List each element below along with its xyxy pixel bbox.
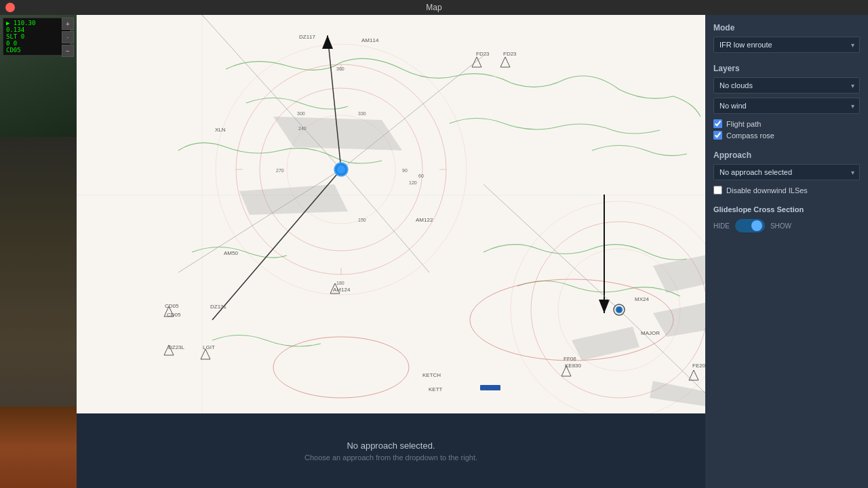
inst-line5: CD05 — [6, 47, 67, 54]
disable-downwind-row: Disable downwind ILSes — [713, 186, 860, 195]
cockpit-view-bottom — [0, 137, 77, 488]
zoom-out-button[interactable]: − — [62, 45, 74, 57]
svg-text:DZ23L: DZ23L — [168, 344, 185, 350]
svg-text:MX24: MX24 — [635, 296, 649, 302]
svg-point-44 — [616, 306, 623, 313]
svg-text:FF06: FF06 — [564, 356, 576, 362]
svg-marker-17 — [653, 252, 705, 293]
svg-text:CD05: CD05 — [165, 303, 179, 309]
compass-rose-label: Compass rose — [726, 131, 774, 140]
layers-label: Layers — [713, 64, 860, 73]
compass-rose-row: Compass rose — [713, 131, 860, 140]
svg-text:— →: — → — [481, 387, 492, 392]
window-title: Map — [426, 3, 441, 12]
zoom-in-button[interactable]: + — [62, 18, 74, 30]
inst-line4: 0 0 — [6, 40, 67, 47]
svg-text:120: 120 — [409, 180, 417, 185]
close-button[interactable] — [5, 3, 15, 12]
inst-line2: 0.134 — [6, 26, 67, 33]
svg-text:FD23: FD23 — [476, 51, 490, 57]
glideslope-toggle[interactable] — [735, 219, 765, 232]
svg-text:90: 90 — [402, 168, 408, 173]
cockpit-orange-area — [0, 407, 77, 488]
approach-dropdown-wrapper[interactable]: No approach selected — [713, 164, 860, 180]
svg-point-41 — [337, 165, 345, 174]
svg-text:180: 180 — [336, 281, 344, 285]
svg-text:DZ117: DZ117 — [299, 34, 316, 40]
svg-line-28 — [178, 169, 341, 272]
toggle-track — [735, 219, 765, 232]
titlebar: Map — [0, 0, 868, 15]
svg-text:300: 300 — [297, 111, 305, 116]
compass-rose-checkbox[interactable] — [713, 131, 722, 140]
toggle-row: HIDE SHOW — [713, 219, 860, 232]
svg-text:240: 240 — [298, 126, 307, 131]
svg-text:360: 360 — [336, 66, 344, 71]
svg-text:MAJOR: MAJOR — [641, 330, 660, 336]
flight-path-label: Flight path — [726, 120, 761, 128]
clouds-dropdown-wrapper[interactable]: No clouds Few clouds Scattered clouds — [713, 77, 860, 94]
svg-text:KE830: KE830 — [565, 363, 582, 369]
toggle-thumb — [751, 220, 762, 231]
svg-marker-18 — [653, 300, 705, 337]
svg-text:KETCH: KETCH — [422, 372, 441, 378]
left-sidebar: ▶ 110.30 0.134 SLT 0 0 0 CD05 + · − — [0, 15, 77, 488]
svg-text:KETT: KETT — [429, 386, 443, 392]
svg-text:AM122: AM122 — [416, 217, 433, 223]
bottom-status-bar: No approach selected. Choose an approach… — [77, 413, 705, 488]
svg-point-10 — [511, 201, 705, 413]
approach-hint: Choose an approach from the dropdown to … — [304, 453, 477, 462]
toggle-show-label: SHOW — [770, 222, 791, 230]
svg-line-21 — [328, 35, 341, 169]
svg-text:CD05: CD05 — [167, 312, 181, 318]
map-canvas[interactable]: FD23 FD23 DZ117 AM114 AM122 AM124 XLN CD… — [77, 15, 705, 413]
wind-dropdown-wrapper[interactable]: No wind Light wind Moderate wind — [713, 98, 860, 114]
svg-text:150: 150 — [358, 218, 366, 222]
svg-text:XLN: XLN — [215, 127, 226, 133]
zoom-controls: + · − — [62, 18, 74, 57]
flight-path-checkbox[interactable] — [713, 119, 722, 128]
svg-text:DZ131: DZ131 — [210, 304, 227, 310]
cockpit-view-top: ▶ 110.30 0.134 SLT 0 0 0 CD05 + · − — [0, 15, 77, 137]
svg-text:AM124: AM124 — [333, 287, 351, 293]
inst-line1: ▶ 110.30 — [6, 20, 67, 26]
mode-dropdown[interactable]: IFR low enroute IFR high enroute VFR sec… — [713, 37, 860, 53]
instrument-panel: ▶ 110.30 0.134 SLT 0 0 0 CD05 — [3, 18, 71, 56]
svg-text:FD23: FD23 — [503, 51, 517, 57]
mode-dropdown-wrapper[interactable]: IFR low enroute IFR high enroute VFR sec… — [713, 37, 860, 53]
svg-point-13 — [470, 279, 673, 361]
svg-text:330: 330 — [358, 111, 366, 116]
svg-text:AM50: AM50 — [224, 250, 238, 256]
svg-text:270: 270 — [276, 168, 284, 173]
approach-label: Approach — [713, 150, 860, 160]
flight-path-row: Flight path — [713, 119, 860, 128]
svg-text:LGIT: LGIT — [203, 344, 215, 350]
inst-line3: SLT 0 — [6, 33, 67, 40]
svg-marker-25 — [599, 300, 610, 313]
disable-downwind-label: Disable downwind ILSes — [726, 186, 808, 195]
layers-section: Layers No clouds Few clouds Scattered cl… — [713, 64, 860, 140]
svg-marker-33 — [500, 57, 510, 67]
mode-label: Mode — [713, 23, 860, 33]
disable-downwind-checkbox[interactable] — [713, 186, 722, 195]
approach-dropdown[interactable]: No approach selected — [713, 164, 860, 180]
right-panel: Mode IFR low enroute IFR high enroute VF… — [705, 15, 868, 488]
svg-text:AM114: AM114 — [361, 37, 379, 43]
map-svg: FD23 FD23 DZ117 AM114 AM122 AM124 XLN CD… — [77, 15, 705, 413]
toggle-hide-label: HIDE — [713, 222, 730, 230]
no-approach-text: No approach selected. — [347, 441, 435, 451]
svg-marker-19 — [572, 327, 639, 361]
zoom-middle-button[interactable]: · — [62, 31, 74, 43]
glideslope-title: Glideslope Cross Section — [713, 205, 860, 214]
svg-text:FE205: FE205 — [692, 363, 705, 369]
svg-marker-22 — [322, 35, 333, 49]
mode-section: Mode IFR low enroute IFR high enroute VF… — [713, 23, 860, 53]
svg-text:60: 60 — [418, 174, 424, 178]
approach-section: Approach No approach selected Disable do… — [713, 150, 860, 195]
glideslope-section: Glideslope Cross Section HIDE SHOW — [713, 205, 860, 232]
clouds-dropdown[interactable]: No clouds Few clouds Scattered clouds — [713, 77, 860, 94]
wind-dropdown[interactable]: No wind Light wind Moderate wind — [713, 98, 860, 114]
